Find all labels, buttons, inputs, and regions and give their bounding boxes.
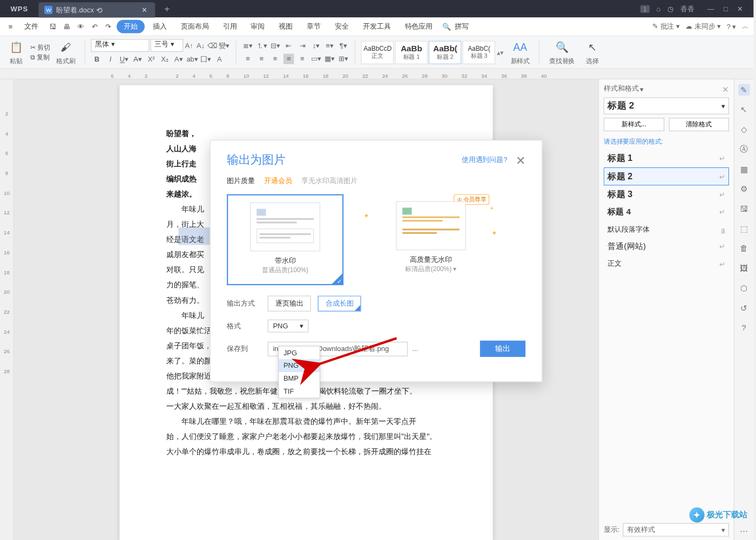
browse-button[interactable]: ...: [413, 345, 418, 353]
redo-icon[interactable]: ↷: [103, 21, 114, 32]
font-family-select[interactable]: 黑体 ▾: [91, 39, 150, 52]
rail-outline-icon[interactable]: Ⓐ: [738, 144, 750, 156]
rail-history-icon[interactable]: ↺: [738, 302, 750, 314]
rail-table-icon[interactable]: ▦: [738, 163, 750, 175]
seg-merge-long[interactable]: 合成长图: [318, 296, 361, 312]
opt-png[interactable]: PNG: [279, 359, 320, 372]
opt-bmp[interactable]: BMP: [279, 372, 320, 385]
highlight-icon[interactable]: ab▾: [187, 55, 197, 65]
clear-format-button[interactable]: 清除格式: [669, 118, 729, 131]
rail-shape-icon[interactable]: ◇: [738, 124, 750, 136]
indent-inc-icon[interactable]: ⇥: [297, 40, 307, 51]
para-mark-icon[interactable]: ¶▾: [338, 40, 348, 51]
hamburger-icon[interactable]: ≡: [5, 21, 17, 32]
new-style-icon[interactable]: AA: [512, 39, 528, 55]
align-right-icon[interactable]: ≡: [270, 53, 280, 64]
new-tab-button[interactable]: +: [160, 2, 174, 16]
superscript-icon[interactable]: X²: [146, 55, 156, 65]
sort-icon[interactable]: ↕▾: [310, 40, 321, 51]
home-icon[interactable]: ⌂: [657, 5, 661, 13]
font-color-icon[interactable]: A▾: [173, 55, 184, 65]
bold-icon[interactable]: B: [92, 55, 102, 65]
format-brush-icon[interactable]: 🖌: [57, 39, 73, 55]
quality-card-hd[interactable]: ♔ 会员尊享 ✦ ✦ ✦ 高质量无水印 标清品质(200%) ▾: [373, 194, 489, 285]
copy-button[interactable]: ⧉ 复制: [30, 53, 50, 62]
style-item-default-font[interactable]: 默认段落字体a: [604, 221, 729, 238]
outline-icon[interactable]: ⊟▾: [270, 40, 280, 51]
style-item-h1[interactable]: 标题 1↵: [604, 149, 729, 167]
window-close-button[interactable]: ✕: [737, 5, 743, 13]
rail-settings-icon[interactable]: ⚙: [738, 183, 750, 195]
rail-select-icon[interactable]: ↖: [738, 104, 750, 116]
menu-view[interactable]: 视图: [273, 19, 299, 34]
tab-close-icon[interactable]: ✕: [139, 5, 149, 15]
border-icon[interactable]: ▦▾: [325, 53, 335, 64]
style-item-h4[interactable]: 标题 4↵: [604, 204, 729, 221]
menu-security[interactable]: 安全: [329, 19, 355, 34]
menu-special[interactable]: 特色应用: [399, 19, 438, 34]
strike-icon[interactable]: A̶▾: [132, 55, 143, 65]
rail-help-icon[interactable]: ?: [738, 322, 750, 334]
tab-refresh-icon[interactable]: ⟲: [96, 5, 103, 14]
indent-dec-icon[interactable]: ⇤: [284, 40, 294, 51]
comment-mode[interactable]: ✎ 批注 ▾: [652, 22, 679, 31]
document-tab[interactable]: W 盼望着.docx ⟲ ✕: [39, 2, 156, 17]
menu-review[interactable]: 审阅: [245, 19, 271, 34]
phonetic-icon[interactable]: 變▾: [219, 40, 229, 51]
sync-status[interactable]: ☁ 未同步 ▾: [685, 22, 721, 31]
seg-page-by-page[interactable]: 逐页输出: [268, 296, 311, 312]
menu-dev[interactable]: 开发工具: [357, 19, 396, 34]
char-border-icon[interactable]: A: [214, 55, 225, 65]
show-filter-select[interactable]: 有效样式▾: [623, 523, 729, 537]
tab-vip[interactable]: 开通会员: [264, 176, 292, 186]
select-icon[interactable]: ↖: [584, 39, 600, 55]
save-icon[interactable]: 🖫: [46, 21, 58, 32]
notification-badge[interactable]: 1: [640, 5, 650, 12]
export-button[interactable]: 输出: [480, 341, 525, 357]
style-item-h3[interactable]: 标题 3↵: [604, 185, 729, 203]
paste-icon[interactable]: 📋: [8, 39, 24, 55]
dialog-close-icon[interactable]: ✕: [516, 153, 525, 167]
font-size-select[interactable]: 三号 ▾: [151, 39, 183, 52]
quality-card-watermark[interactable]: 带水印 普通品质(100%) ✓: [227, 194, 343, 285]
style-item-h2[interactable]: 标题 2↵: [604, 167, 729, 185]
menu-start[interactable]: 开始: [117, 20, 145, 33]
rail-cube-icon[interactable]: ⬡: [738, 282, 750, 294]
preview-icon[interactable]: 👁: [75, 21, 86, 32]
rail-object-icon[interactable]: ⬚: [738, 223, 750, 235]
shading-icon[interactable]: ▭▾: [310, 53, 321, 64]
maximize-button[interactable]: □: [724, 5, 728, 13]
cut-button[interactable]: ✂ 剪切: [30, 43, 50, 51]
italic-icon[interactable]: I: [105, 55, 116, 65]
line-space-icon[interactable]: ≡▾: [325, 40, 335, 51]
new-style-button[interactable]: 新样式...: [604, 118, 664, 131]
tabs-icon[interactable]: ⊞▾: [338, 53, 348, 64]
menu-reference[interactable]: 引用: [217, 19, 243, 34]
menu-section[interactable]: 章节: [301, 19, 327, 34]
align-justify-icon[interactable]: ≡: [284, 53, 294, 64]
grow-font-icon[interactable]: A↑: [184, 40, 194, 51]
rail-save-icon[interactable]: 🖫: [738, 203, 750, 215]
bullets-icon[interactable]: ≣▾: [242, 40, 253, 51]
format-select[interactable]: PNG▾: [268, 320, 309, 333]
horizontal-ruler[interactable]: 642246810121416182022242628303234363840: [0, 69, 753, 79]
find-replace-icon[interactable]: 🔍: [554, 39, 570, 55]
vertical-ruler[interactable]: 246810121416182022242628: [0, 79, 14, 540]
style-item-body[interactable]: 正文↵: [604, 255, 729, 272]
user-avatar-icon[interactable]: ◷: [667, 5, 673, 13]
tab-quality[interactable]: 图片质量: [227, 176, 255, 186]
minimize-button[interactable]: —: [707, 5, 714, 13]
align-left-icon[interactable]: ≡: [242, 53, 253, 64]
menu-layout[interactable]: 页面布局: [175, 19, 214, 34]
rail-style-icon[interactable]: ✎: [738, 84, 750, 96]
rail-more-icon[interactable]: ⋯: [738, 525, 750, 537]
undo-icon[interactable]: ↶: [89, 21, 100, 32]
clear-format-icon[interactable]: ⌫: [207, 40, 217, 51]
panel-close-icon[interactable]: ✕: [722, 84, 729, 93]
menu-insert[interactable]: 插入: [147, 19, 173, 34]
user-name[interactable]: 香香: [680, 4, 694, 14]
rail-trash-icon[interactable]: 🗑: [738, 242, 750, 254]
char-shading-icon[interactable]: 囗▾: [200, 55, 211, 65]
subscript-icon[interactable]: X₂: [160, 55, 170, 65]
rail-image-icon[interactable]: 🖼: [738, 262, 750, 274]
